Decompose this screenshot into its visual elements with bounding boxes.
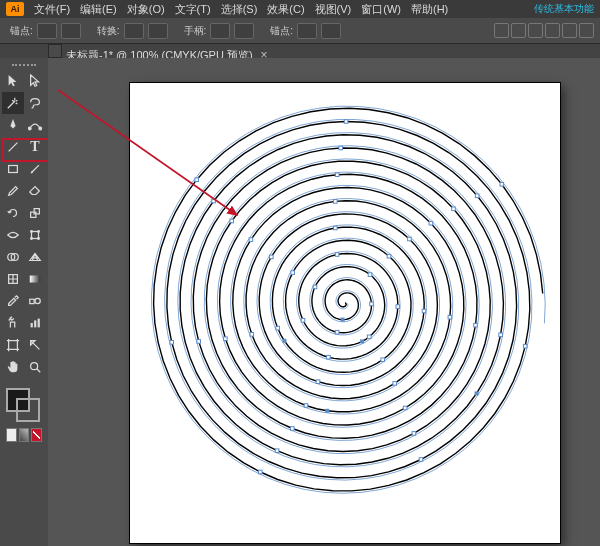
svg-rect-25 [367, 335, 371, 339]
menu-select[interactable]: 选择(S) [221, 2, 258, 17]
svg-rect-63 [523, 344, 527, 348]
svg-point-15 [35, 298, 40, 303]
svg-rect-59 [475, 194, 479, 198]
direct-selection-tool[interactable] [24, 70, 46, 92]
svg-rect-23 [313, 285, 317, 289]
svg-rect-42 [448, 315, 452, 319]
artboard-tool[interactable] [2, 334, 24, 356]
menu-window[interactable]: 窗口(W) [361, 2, 401, 17]
convert-label: 转换: [97, 24, 120, 38]
convert-corner-icon[interactable] [124, 23, 144, 39]
svg-rect-28 [396, 305, 400, 309]
svg-rect-55 [339, 146, 343, 150]
svg-rect-45 [429, 221, 433, 225]
slice-tool[interactable] [24, 334, 46, 356]
menu-type[interactable]: 文字(T) [175, 2, 211, 17]
column-graph-tool[interactable] [24, 312, 46, 334]
align-right-icon[interactable] [528, 23, 543, 38]
align-bottom-icon[interactable] [579, 23, 594, 38]
paintbrush-tool[interactable] [24, 158, 46, 180]
align-top-icon[interactable] [545, 23, 560, 38]
selection-tool[interactable] [2, 70, 24, 92]
gradient-tool[interactable] [24, 268, 46, 290]
canvas-area[interactable] [48, 58, 600, 546]
rotate-tool[interactable] [2, 202, 24, 224]
eyedropper-tool[interactable] [2, 290, 24, 312]
pencil-tool[interactable] [2, 180, 24, 202]
shape-builder-tool[interactable] [2, 246, 24, 268]
remove-anchor-icon[interactable] [297, 23, 317, 39]
svg-rect-46 [403, 406, 407, 410]
mesh-tool[interactable] [2, 268, 24, 290]
svg-rect-47 [224, 337, 228, 341]
align-left-icon[interactable] [494, 23, 509, 38]
draw-behind-icon[interactable] [19, 428, 30, 442]
draw-normal-icon[interactable] [6, 428, 17, 442]
svg-rect-18 [38, 319, 40, 328]
handles-show-icon[interactable] [210, 23, 230, 39]
svg-rect-71 [475, 391, 479, 395]
svg-rect-16 [31, 323, 33, 327]
pen-tool[interactable] [2, 114, 24, 136]
svg-rect-32 [381, 358, 385, 362]
svg-rect-3 [31, 212, 36, 217]
svg-rect-30 [291, 271, 295, 275]
magic-wand-tool[interactable] [2, 92, 24, 114]
anchors2-label: 锚点: [270, 24, 293, 38]
zoom-tool[interactable] [24, 356, 46, 378]
svg-rect-50 [291, 427, 295, 431]
width-tool[interactable] [2, 224, 24, 246]
svg-rect-37 [270, 255, 274, 259]
svg-rect-52 [452, 207, 456, 211]
symbol-sprayer-tool[interactable] [2, 312, 24, 334]
svg-rect-58 [212, 199, 216, 203]
menu-object[interactable]: 对象(O) [127, 2, 165, 17]
spiral-artwork[interactable] [140, 93, 550, 503]
svg-rect-22 [335, 330, 339, 334]
stroke-swatch[interactable] [16, 398, 40, 422]
svg-rect-69 [282, 339, 286, 343]
svg-point-1 [39, 127, 42, 130]
menu-file[interactable]: 文件(F) [34, 2, 70, 17]
svg-rect-14 [30, 299, 34, 303]
svg-point-20 [31, 363, 38, 370]
scale-tool[interactable] [24, 202, 46, 224]
svg-rect-2 [9, 166, 18, 173]
rectangle-tool[interactable] [2, 158, 24, 180]
svg-point-7 [38, 231, 40, 233]
lasso-tool[interactable] [24, 92, 46, 114]
align-hcenter-icon[interactable] [511, 23, 526, 38]
hand-tool[interactable] [2, 356, 24, 378]
type-tool[interactable]: T [24, 136, 46, 158]
menu-help[interactable]: 帮助(H) [411, 2, 448, 17]
anchor-corner-icon[interactable] [37, 23, 57, 39]
convert-smooth-icon[interactable] [148, 23, 168, 39]
svg-rect-40 [250, 333, 254, 337]
svg-point-0 [28, 127, 31, 130]
draw-inside-icon[interactable] [31, 428, 42, 442]
line-segment-tool[interactable] [2, 136, 24, 158]
svg-rect-36 [316, 380, 320, 384]
free-transform-tool[interactable] [24, 224, 46, 246]
workspace-label[interactable]: 传统基本功能 [534, 2, 600, 16]
artboard[interactable] [130, 83, 560, 543]
svg-rect-57 [275, 449, 279, 453]
svg-rect-27 [335, 253, 339, 257]
perspective-grid-tool[interactable] [24, 246, 46, 268]
menu-effect[interactable]: 效果(C) [267, 2, 304, 17]
tools-grip[interactable] [12, 64, 36, 66]
fill-stroke-swatches[interactable] [6, 388, 40, 422]
align-vcenter-icon[interactable] [562, 23, 577, 38]
cut-path-icon[interactable] [321, 23, 341, 39]
curvature-tool[interactable] [24, 114, 46, 136]
svg-rect-65 [195, 178, 199, 182]
svg-rect-53 [412, 432, 416, 436]
svg-rect-43 [304, 404, 308, 408]
anchors-label: 锚点: [10, 24, 33, 38]
handles-hide-icon[interactable] [234, 23, 254, 39]
eraser-tool[interactable] [24, 180, 46, 202]
menu-edit[interactable]: 编辑(E) [80, 2, 117, 17]
menu-view[interactable]: 视图(V) [315, 2, 352, 17]
blend-tool[interactable] [24, 290, 46, 312]
anchor-smooth-icon[interactable] [61, 23, 81, 39]
